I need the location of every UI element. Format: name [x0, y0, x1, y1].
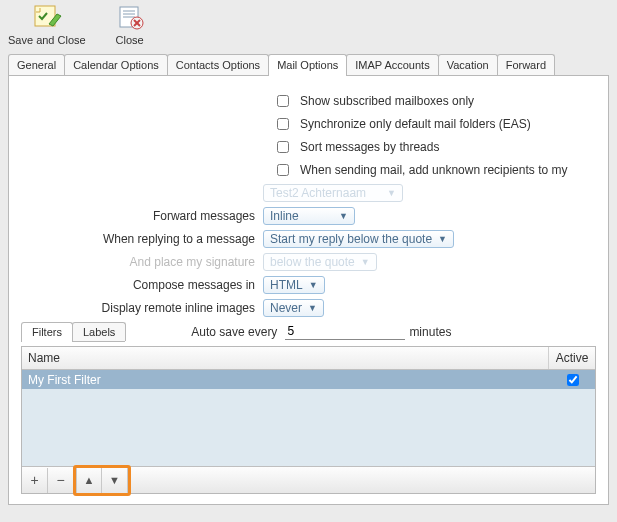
- plus-icon: +: [30, 472, 38, 488]
- tab-vacation[interactable]: Vacation: [438, 54, 498, 75]
- reply-position-select[interactable]: Start my reply below the quote ▼: [263, 230, 454, 248]
- add-filter-button[interactable]: +: [22, 468, 48, 493]
- tab-calendar-options[interactable]: Calendar Options: [64, 54, 168, 75]
- autosave-input[interactable]: [285, 324, 405, 340]
- compose-format-value: HTML: [270, 278, 303, 292]
- minus-icon: −: [56, 472, 64, 488]
- add-unknown-checkbox[interactable]: [277, 164, 289, 176]
- sort-threads-checkbox[interactable]: [277, 141, 289, 153]
- forward-messages-select[interactable]: Inline ▼: [263, 207, 355, 225]
- tab-contacts-options[interactable]: Contacts Options: [167, 54, 269, 75]
- reply-position-value: Start my reply below the quote: [270, 232, 432, 246]
- arrow-up-icon: ▲: [84, 474, 95, 486]
- arrow-down-icon: ▼: [109, 474, 120, 486]
- reorder-highlight: ▲ ▼: [73, 465, 131, 496]
- remote-images-select[interactable]: Never ▼: [263, 299, 324, 317]
- tab-forward[interactable]: Forward: [497, 54, 555, 75]
- table-footer-toolbar: + − ▲ ▼: [22, 466, 595, 493]
- forward-messages-value: Inline: [270, 209, 299, 223]
- unknown-contacts-select: Test2 Achternaam ▼: [263, 184, 403, 202]
- close-icon: [114, 4, 146, 32]
- unknown-contacts-value: Test2 Achternaam: [270, 186, 366, 200]
- subtab-filters[interactable]: Filters: [21, 322, 73, 341]
- main-tabs: General Calendar Options Contacts Option…: [8, 54, 609, 76]
- sync-default-label: Synchronize only default mail folders (E…: [300, 117, 531, 131]
- remote-images-value: Never: [270, 301, 302, 315]
- chevron-down-icon: ▼: [339, 211, 348, 221]
- subtab-labels[interactable]: Labels: [72, 322, 126, 341]
- close-button[interactable]: Close: [114, 4, 146, 46]
- mail-options-panel: Show subscribed mailboxes only Synchroni…: [8, 76, 609, 505]
- filters-table: Name Active My First Filter + − ▲ ▼: [21, 346, 596, 494]
- autosave-suffix: minutes: [409, 325, 451, 339]
- signature-placement-select: below the quote ▼: [263, 253, 377, 271]
- add-unknown-label: When sending mail, add unknown recipient…: [300, 163, 567, 177]
- remote-images-label: Display remote inline images: [21, 301, 263, 315]
- save-close-icon: [31, 4, 63, 32]
- filter-name: My First Filter: [22, 373, 549, 387]
- chevron-down-icon: ▼: [308, 303, 317, 313]
- show-subscribed-label: Show subscribed mailboxes only: [300, 94, 474, 108]
- move-up-button[interactable]: ▲: [76, 468, 102, 493]
- reply-label: When replying to a message: [21, 232, 263, 246]
- move-down-button[interactable]: ▼: [102, 468, 128, 493]
- forward-messages-label: Forward messages: [21, 209, 263, 223]
- signature-placement-label: And place my signature: [21, 255, 263, 269]
- remove-filter-button[interactable]: −: [48, 468, 74, 493]
- column-header-active[interactable]: Active: [549, 347, 595, 369]
- filter-active-checkbox[interactable]: [567, 374, 579, 386]
- table-row[interactable]: My First Filter: [22, 370, 595, 389]
- sort-threads-label: Sort messages by threads: [300, 140, 439, 154]
- chevron-down-icon: ▼: [309, 280, 318, 290]
- chevron-down-icon: ▼: [387, 188, 396, 198]
- sync-default-checkbox[interactable]: [277, 118, 289, 130]
- compose-format-select[interactable]: HTML ▼: [263, 276, 325, 294]
- signature-placement-value: below the quote: [270, 255, 355, 269]
- save-close-label: Save and Close: [8, 34, 86, 46]
- tab-general[interactable]: General: [8, 54, 65, 75]
- column-header-name[interactable]: Name: [22, 347, 549, 369]
- chevron-down-icon: ▼: [438, 234, 447, 244]
- sub-tabs: Filters Labels: [21, 322, 125, 342]
- close-label: Close: [116, 34, 144, 46]
- save-and-close-button[interactable]: Save and Close: [8, 4, 86, 46]
- compose-format-label: Compose messages in: [21, 278, 263, 292]
- tab-mail-options[interactable]: Mail Options: [268, 54, 347, 75]
- show-subscribed-checkbox[interactable]: [277, 95, 289, 107]
- chevron-down-icon: ▼: [361, 257, 370, 267]
- autosave-label: Auto save every: [155, 325, 285, 339]
- tab-imap-accounts[interactable]: IMAP Accounts: [346, 54, 438, 75]
